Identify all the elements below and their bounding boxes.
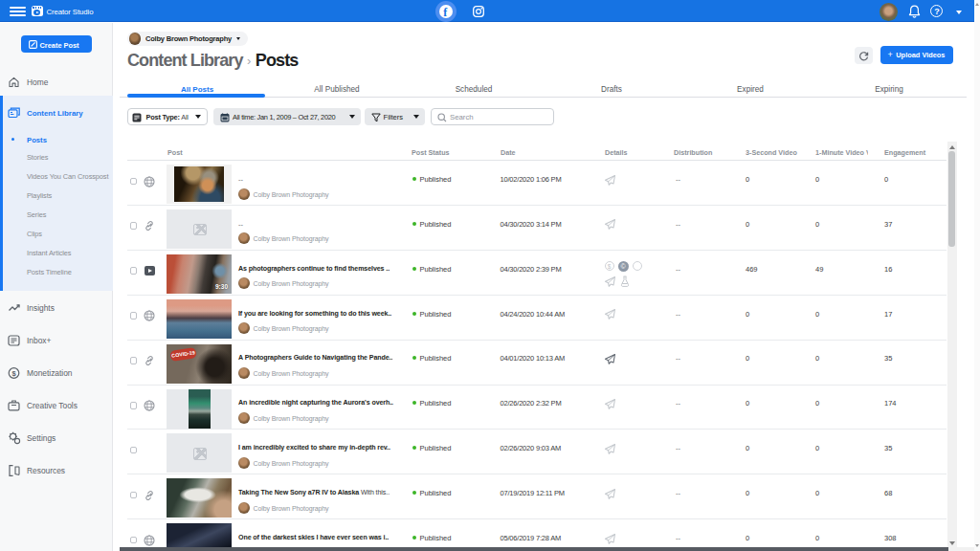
svg-text:$: $ [11,369,16,378]
